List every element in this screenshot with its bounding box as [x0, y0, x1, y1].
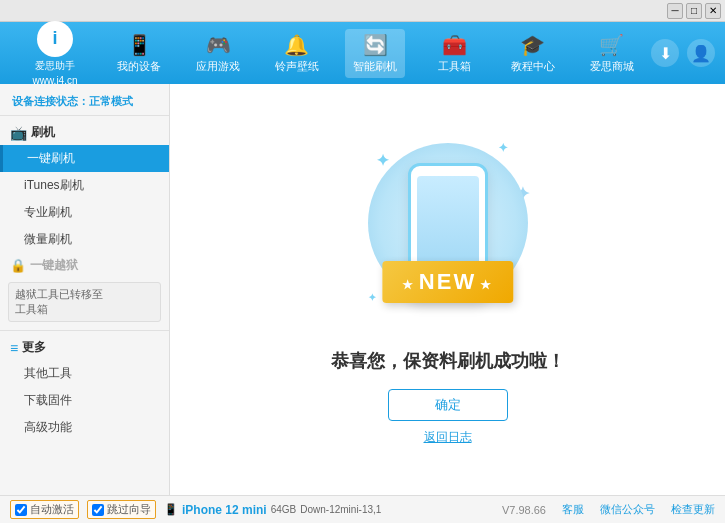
- skip-wizard-checkbox-area[interactable]: 跳过向导: [87, 500, 156, 519]
- sidebar-jailbreak-header: 🔒 一键越狱: [0, 253, 169, 278]
- new-badge: NEW: [382, 261, 513, 303]
- sidebar: 设备连接状态：正常模式 📺 刷机 一键刷机 iTunes刷机 专业刷机 微量刷机…: [0, 84, 170, 495]
- mall-label: 爱思商城: [590, 59, 634, 74]
- more-section-label: 更多: [22, 339, 46, 356]
- flash-section-icon: 📺: [10, 125, 27, 141]
- device-name: iPhone 12 mini: [182, 503, 267, 517]
- status-label: 设备连接状态：: [12, 95, 89, 107]
- sidebar-info-box: 越狱工具已转移至 工具箱: [8, 282, 161, 322]
- nav-tools[interactable]: 🧰 工具箱: [424, 29, 484, 78]
- sidebar-one-click-flash[interactable]: 一键刷机: [0, 145, 169, 172]
- tutorial-icon: 🎓: [520, 33, 545, 57]
- lock-icon: 🔒: [10, 258, 26, 273]
- sidebar-download-firmware[interactable]: 下载固件: [0, 387, 169, 414]
- new-ribbon: NEW: [382, 261, 513, 303]
- skip-wizard-label: 跳过向导: [107, 502, 151, 517]
- logo-icon: i: [37, 21, 73, 57]
- device-phone-icon: 📱: [164, 503, 178, 516]
- sidebar-itunes-flash[interactable]: iTunes刷机: [0, 172, 169, 199]
- bottom-bar: 自动激活 跳过向导 📱 iPhone 12 mini 64GB Down-12m…: [0, 495, 725, 523]
- device-info: 📱 iPhone 12 mini 64GB Down-12mini-13,1: [164, 503, 381, 517]
- ringtone-icon: 🔔: [284, 33, 309, 57]
- success-illustration: ✦ ✦ ✦ ✦ NEW: [348, 133, 548, 333]
- sidebar-flash-header[interactable]: 📺 刷机: [0, 120, 169, 145]
- sparkle-1: ✦: [376, 151, 389, 170]
- flash-section-label: 刷机: [31, 124, 55, 141]
- tools-label: 工具箱: [438, 59, 471, 74]
- app-game-label: 应用游戏: [196, 59, 240, 74]
- ringtone-label: 铃声壁纸: [275, 59, 319, 74]
- logo-line1: 爱思助手: [35, 59, 75, 73]
- version-text: V7.98.66: [502, 504, 546, 516]
- update-link[interactable]: 检查更新: [671, 502, 715, 517]
- status-value: 正常模式: [89, 95, 133, 107]
- success-title: 恭喜您，保资料刷机成功啦！: [331, 349, 565, 373]
- mall-icon: 🛒: [599, 33, 624, 57]
- nav-app-game[interactable]: 🎮 应用游戏: [188, 29, 248, 78]
- app-game-icon: 🎮: [206, 33, 231, 57]
- info-line1: 越狱工具已转移至: [15, 287, 154, 302]
- device-status: 设备连接状态：正常模式: [0, 88, 169, 116]
- device-storage: 64GB: [271, 504, 297, 515]
- back-daily-link[interactable]: 返回日志: [424, 429, 472, 446]
- tutorial-label: 教程中心: [511, 59, 555, 74]
- content-area: ✦ ✦ ✦ ✦ NEW 恭喜您，保资料刷机成功啦！ 确定 返回日志: [170, 84, 725, 495]
- sidebar-more-header[interactable]: ≡ 更多: [0, 335, 169, 360]
- auto-activate-checkbox-area[interactable]: 自动激活: [10, 500, 79, 519]
- title-bar: ─ □ ✕: [0, 0, 725, 22]
- nav-my-device[interactable]: 📱 我的设备: [109, 29, 169, 78]
- minimize-button[interactable]: ─: [667, 3, 683, 19]
- more-section-icon: ≡: [10, 340, 18, 356]
- smart-shop-label: 智能刷机: [353, 59, 397, 74]
- sidebar-other-tools[interactable]: 其他工具: [0, 360, 169, 387]
- logo-area: i 爱思助手 www.i4.cn: [10, 21, 100, 86]
- skip-wizard-checkbox[interactable]: [92, 504, 104, 516]
- user-button[interactable]: 👤: [687, 39, 715, 67]
- nav-items: 📱 我的设备 🎮 应用游戏 🔔 铃声壁纸 🔄 智能刷机 🧰 工具箱 🎓 教程中心…: [100, 29, 651, 78]
- my-device-label: 我的设备: [117, 59, 161, 74]
- auto-activate-label: 自动激活: [30, 502, 74, 517]
- nav-mall[interactable]: 🛒 爱思商城: [582, 29, 642, 78]
- download-button[interactable]: ⬇: [651, 39, 679, 67]
- main-area: 设备连接状态：正常模式 📺 刷机 一键刷机 iTunes刷机 专业刷机 微量刷机…: [0, 84, 725, 495]
- sidebar-pro-flash[interactable]: 专业刷机: [0, 199, 169, 226]
- sidebar-micro-flash[interactable]: 微量刷机: [0, 226, 169, 253]
- jailbreak-label: 一键越狱: [30, 257, 78, 274]
- device-system: Down-12mini-13,1: [300, 504, 381, 515]
- close-button[interactable]: ✕: [705, 3, 721, 19]
- nav-ringtone[interactable]: 🔔 铃声壁纸: [267, 29, 327, 78]
- info-line2: 工具箱: [15, 302, 154, 317]
- sidebar-divider: [0, 330, 169, 331]
- sidebar-advanced[interactable]: 高级功能: [0, 414, 169, 441]
- tools-icon: 🧰: [442, 33, 467, 57]
- auto-activate-checkbox[interactable]: [15, 504, 27, 516]
- sparkle-2: ✦: [498, 141, 508, 155]
- confirm-button[interactable]: 确定: [388, 389, 508, 421]
- smart-shop-icon: 🔄: [363, 33, 388, 57]
- nav-tutorial[interactable]: 🎓 教程中心: [503, 29, 563, 78]
- bottom-left: 自动激活 跳过向导 📱 iPhone 12 mini 64GB Down-12m…: [10, 500, 502, 519]
- my-device-icon: 📱: [127, 33, 152, 57]
- service-link[interactable]: 客服: [562, 502, 584, 517]
- maximize-button[interactable]: □: [686, 3, 702, 19]
- bottom-right: V7.98.66 客服 微信公众号 检查更新: [502, 502, 715, 517]
- sparkle-3: ✦: [368, 292, 376, 303]
- nav-smart-shop[interactable]: 🔄 智能刷机: [345, 29, 405, 78]
- top-nav: i 爱思助手 www.i4.cn 📱 我的设备 🎮 应用游戏 🔔 铃声壁纸 🔄 …: [0, 22, 725, 84]
- nav-right: ⬇ 👤: [651, 39, 715, 67]
- wechat-link[interactable]: 微信公众号: [600, 502, 655, 517]
